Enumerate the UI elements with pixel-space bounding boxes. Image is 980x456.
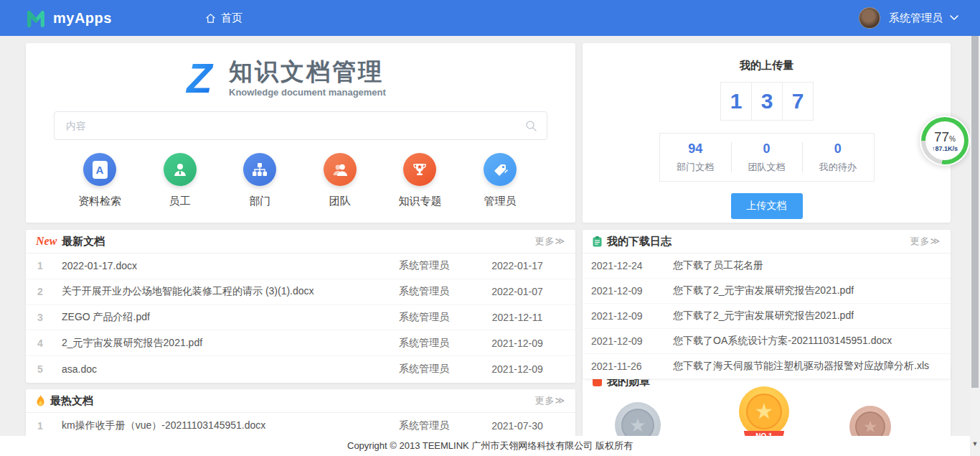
log-date: 2021-12-09: [591, 285, 654, 297]
search-input[interactable]: [55, 120, 547, 131]
user-menu[interactable]: 系统管理员: [859, 7, 958, 29]
table-row[interactable]: 1 km操作收手册（vue）-20211103145951.docx 系统管理员…: [26, 413, 575, 439]
doc-name[interactable]: 2022-01-17.docx: [62, 260, 377, 271]
table-row[interactable]: 1 2022-01-17.docx 系统管理员 2022-01-17: [26, 253, 575, 279]
upload-speed: ↑87.1K/s: [932, 145, 958, 152]
employee-icon: [164, 153, 197, 186]
stat-value: 94: [688, 141, 702, 157]
chevron-down-icon[interactable]: [950, 15, 958, 21]
list-item[interactable]: 2021-12-09 您下载了2_元宇宙发展研究报告2021.pdf: [583, 279, 951, 304]
user-avatar[interactable]: [859, 7, 880, 29]
shortcut-department[interactable]: 部门: [227, 153, 292, 208]
latest-docs-header: New 最新文档 更多≫: [26, 230, 575, 253]
doc-author: 系统管理员: [377, 285, 471, 298]
table-row[interactable]: 5 asa.doc 系统管理员 2021-12-09: [26, 356, 575, 382]
top-bar: myApps 首页 系统管理员: [0, 0, 980, 36]
stat-label: 我的待办: [819, 161, 857, 174]
log-text[interactable]: 您下载了2_元宇宙发展研究报告2021.pdf: [673, 310, 854, 322]
doc-name[interactable]: 关于开展开业办公场地智能化装修工程的请示 (3)(1).docx: [62, 285, 377, 298]
app-logo-block: Z 知识文档管理 Knowledge document management: [180, 57, 575, 99]
footer-copyright: Copyright © 2013 TEEMLINK 广州市天翎网络科技有限公司 …: [0, 436, 980, 456]
shortcut-knowledge-topics[interactable]: 知识专题: [387, 153, 452, 208]
scrollbar-thumb[interactable]: [971, 36, 979, 388]
hot-docs-title: 最热文档: [50, 394, 93, 408]
list-item[interactable]: 2021-11-26 您下载了海天伺服节能注塑机驱动器报警对应故障分析.xls: [583, 354, 951, 379]
shortcut-label: 资料检索: [78, 195, 121, 208]
stat-team-docs[interactable]: 0 团队文档: [731, 134, 802, 181]
z-logo-icon: Z: [180, 57, 219, 99]
doc-author: 系统管理员: [377, 311, 471, 324]
download-log-header: 我的下载日志 更多≫: [583, 230, 951, 253]
user-name: 系统管理员: [889, 11, 943, 25]
stat-value: 0: [834, 141, 842, 157]
upload-doc-button[interactable]: 上传文档: [731, 193, 803, 219]
digit-box: 3: [751, 82, 783, 121]
upload-count-title: 我的上传量: [583, 59, 951, 73]
doc-date: 2022-01-17: [471, 260, 564, 271]
shortcut-admin[interactable]: 管理员: [468, 153, 532, 208]
app-title: 知识文档管理: [229, 59, 386, 85]
myapps-m-icon: [26, 8, 46, 28]
stat-dept-docs[interactable]: 94 部门文档: [660, 134, 731, 181]
list-item[interactable]: 2021-12-09 您下载了2_元宇宙发展研究报告2021.pdf: [583, 304, 951, 329]
stat-value: 0: [763, 141, 770, 157]
log-text[interactable]: 您下载了2_元宇宙发展研究报告2021.pdf: [673, 284, 854, 297]
doc-date: 2021-07-30: [471, 420, 564, 432]
gold-medal-icon: ★: [739, 386, 789, 437]
digit-box: 7: [782, 82, 814, 121]
doc-date: 2021-12-09: [471, 363, 564, 375]
log-text[interactable]: 您下载了员工花名册: [673, 259, 763, 272]
tag-icon: [484, 153, 517, 186]
doc-date: 2021-12-09: [471, 338, 564, 349]
doc-name[interactable]: asa.doc: [62, 363, 377, 375]
doc-name[interactable]: km操作收手册（vue）-20211103145951.docx: [62, 419, 377, 432]
home-icon: [205, 13, 216, 24]
list-item[interactable]: 2021-12-09 您下载了OA系统设计方案-20211103145951.d…: [583, 329, 951, 354]
progress-readout: 77% ↑87.1K/s: [925, 121, 964, 160]
doc-author: 系统管理员: [377, 337, 471, 350]
row-index: 5: [37, 363, 62, 375]
list-item[interactable]: 2021-12-24 您下载了员工花名册: [583, 253, 951, 279]
doc-name[interactable]: ZEGO 产品介绍.pdf: [62, 311, 377, 324]
shortcut-label: 团队: [329, 195, 351, 208]
table-row[interactable]: 2 关于开展开业办公场地智能化装修工程的请示 (3)(1).docx 系统管理员…: [26, 279, 575, 305]
log-clipboard-icon: [593, 236, 602, 247]
doc-name[interactable]: 2_元宇宙发展研究报告2021.pdf: [62, 337, 377, 350]
stat-my-todo[interactable]: 0 我的待办: [802, 134, 873, 181]
percent-sign: %: [949, 135, 956, 143]
hot-more-link[interactable]: 更多≫: [534, 394, 565, 407]
search-bar: [54, 111, 547, 140]
shortcut-team[interactable]: 团队: [308, 153, 372, 208]
log-text[interactable]: 您下载了OA系统设计方案-20211103145951.docx: [673, 335, 892, 348]
log-date: 2021-12-24: [591, 260, 654, 271]
shortcut-data-search[interactable]: A 资料检索: [67, 153, 132, 208]
upload-stats-panel: 我的上传量 1 3 7 94 部门文档 0 团队文档 0 我的待办 上传文档: [583, 43, 951, 223]
row-index: 4: [37, 338, 62, 349]
brand-logo[interactable]: myApps: [26, 8, 112, 28]
log-date: 2021-12-09: [591, 310, 654, 322]
shortcut-employee[interactable]: 员工: [148, 153, 212, 208]
doc-date: 2022-01-07: [471, 286, 564, 297]
vertical-scrollbar[interactable]: ▼: [970, 36, 980, 456]
table-row[interactable]: 3 ZEGO 产品介绍.pdf 系统管理员 2021-12-11: [26, 305, 575, 331]
row-index: 1: [37, 260, 62, 271]
app-subtitle: Knowledge document management: [229, 87, 386, 98]
stat-label: 团队文档: [748, 161, 785, 174]
nav-home[interactable]: 首页: [205, 11, 242, 25]
hot-docs-header: 最热文档 更多≫: [26, 389, 575, 413]
table-row[interactable]: 4 2_元宇宙发展研究报告2021.pdf 系统管理员 2021-12-09: [26, 330, 575, 356]
row-index: 1: [37, 420, 62, 432]
data-search-icon: A: [83, 153, 116, 186]
flame-icon: [36, 395, 45, 407]
download-log-panel: 我的下载日志 更多≫ 2021-12-24 您下载了员工花名册 2021-12-…: [583, 230, 951, 379]
latest-more-link[interactable]: 更多≫: [534, 235, 565, 248]
digit-box: 1: [720, 82, 752, 121]
log-date: 2021-11-26: [591, 360, 654, 372]
scrollbar-down-arrow[interactable]: ▼: [970, 440, 980, 447]
shortcut-row: A 资料检索 员工: [26, 140, 575, 208]
search-icon[interactable]: [525, 120, 537, 131]
nav-home-label: 首页: [221, 11, 242, 25]
log-text[interactable]: 您下载了海天伺服节能注塑机驱动器报警对应故障分析.xls: [673, 360, 929, 373]
download-more-link[interactable]: 更多≫: [910, 235, 941, 248]
latest-docs-title: 最新文档: [62, 235, 105, 248]
